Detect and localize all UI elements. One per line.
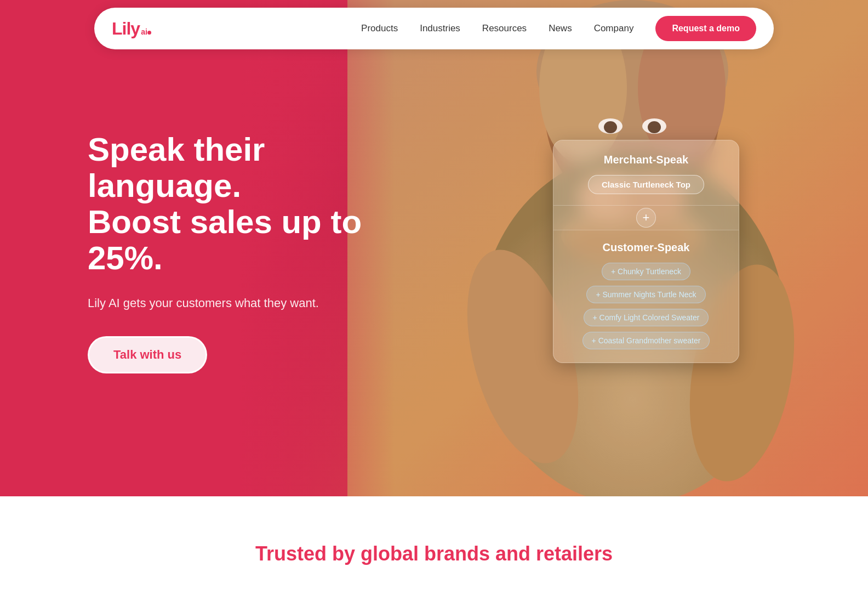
- trusted-title: Trusted by global brands and retailers: [255, 542, 613, 565]
- logo-link[interactable]: Lilyai: [112, 19, 151, 39]
- navbar: Lilyai Products Industries Resources New…: [94, 8, 774, 49]
- customer-speak-title: Customer-Speak: [564, 241, 728, 254]
- hero-content: Speak their language. Boost sales up to …: [88, 132, 395, 373]
- nav-resources[interactable]: Resources: [473, 19, 535, 38]
- customer-tag-0: + Chunky Turtleneck: [602, 263, 690, 280]
- customer-speak-section: Customer-Speak + Chunky Turtleneck + Sum…: [553, 230, 739, 363]
- merchant-speak-title: Merchant-Speak: [567, 154, 726, 166]
- logo-dot: [147, 31, 151, 35]
- talk-with-us-button[interactable]: Talk with us: [88, 336, 207, 373]
- nav-products[interactable]: Products: [352, 19, 407, 38]
- customer-tag-2: + Comfy Light Colored Sweater: [584, 309, 709, 326]
- hero-subtext: Lily AI gets your customers what they wa…: [88, 294, 395, 312]
- speak-card: Merchant-Speak Classic Turtleneck Top + …: [553, 140, 739, 363]
- customer-tag-1: + Summer Nights Turtle Neck: [586, 286, 705, 303]
- logo-ai: ai: [141, 27, 147, 36]
- main-nav: Products Industries Resources News Compa…: [352, 23, 642, 34]
- nav-company[interactable]: Company: [585, 19, 643, 38]
- logo-text: Lily: [112, 19, 140, 39]
- request-demo-button[interactable]: Request a demo: [655, 16, 756, 41]
- customer-tags-container: + Chunky Turtleneck + Summer Nights Turt…: [564, 263, 728, 349]
- nav-industries[interactable]: Industries: [411, 19, 469, 38]
- merchant-tag: Classic Turtleneck Top: [588, 175, 704, 194]
- customer-tag-3: + Coastal Grandmother sweater: [583, 332, 710, 349]
- hero-headline: Speak their language. Boost sales up to …: [88, 132, 395, 276]
- nav-news[interactable]: News: [540, 19, 581, 38]
- hero-section: Speak their language. Boost sales up to …: [0, 0, 868, 496]
- merchant-tag-container: Classic Turtleneck Top: [567, 175, 726, 194]
- merchant-speak-section: Merchant-Speak Classic Turtleneck Top: [553, 140, 739, 206]
- trusted-section: Trusted by global brands and retailers: [0, 496, 868, 606]
- speak-divider: +: [553, 206, 739, 230]
- plus-icon: +: [636, 208, 656, 228]
